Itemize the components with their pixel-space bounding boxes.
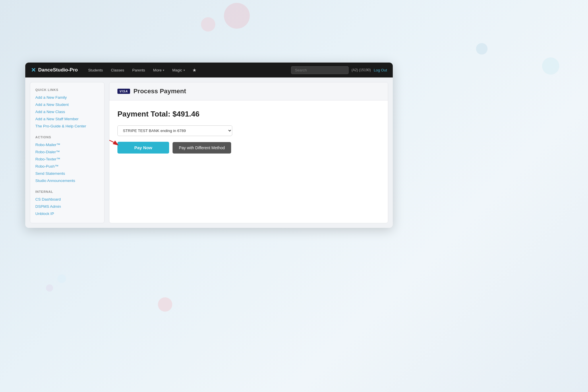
brand-icon: ✕ bbox=[31, 67, 36, 73]
search-input[interactable] bbox=[291, 66, 349, 74]
main-content: QUICK LINKS Add a New Family Add a New S… bbox=[25, 77, 393, 228]
nav-parents[interactable]: Parents bbox=[129, 66, 148, 74]
sidebar-item-dspms-admin[interactable]: DSPMS Admin bbox=[30, 203, 104, 210]
decorative-blob bbox=[201, 17, 215, 32]
decorative-blob bbox=[57, 274, 66, 283]
quick-links-title: QUICK LINKS bbox=[30, 88, 104, 94]
nav-star-icon[interactable]: ★ bbox=[189, 66, 199, 75]
decorative-blob bbox=[158, 297, 172, 312]
sidebar-item-send-statements[interactable]: Send Statements bbox=[30, 170, 104, 177]
actions-title: ACTIONS bbox=[30, 135, 104, 141]
user-info: (A2) (15190) bbox=[351, 68, 371, 72]
payment-body: Payment Total: $491.46 STRIPE TEST BANK … bbox=[109, 100, 388, 163]
nav-more[interactable]: More ▾ bbox=[150, 66, 168, 74]
pay-now-container: Pay Now bbox=[117, 142, 169, 154]
brand-name: DanceStudio-Pro bbox=[38, 67, 78, 73]
brand-logo: ✕ DanceStudio-Pro bbox=[31, 67, 78, 73]
visa-badge: VISA bbox=[117, 89, 130, 94]
sidebar-item-add-staff[interactable]: Add a New Staff Member bbox=[30, 115, 104, 123]
logout-link[interactable]: Log Out bbox=[374, 68, 387, 72]
sidebar-item-robo-texter[interactable]: Robo-Texter™ bbox=[30, 156, 104, 163]
nav-links: Students Classes Parents More ▾ Magic ▾ … bbox=[85, 66, 291, 75]
navbar: ✕ DanceStudio-Pro Students Classes Paren… bbox=[25, 63, 393, 77]
magic-caret-icon: ▾ bbox=[183, 69, 185, 72]
decorative-blob bbox=[46, 284, 53, 292]
payment-total: Payment Total: $491.46 bbox=[117, 110, 380, 119]
sidebar-item-unblock-ip[interactable]: Unblock IP bbox=[30, 210, 104, 217]
pay-different-method-button[interactable]: Pay with Different Method bbox=[173, 142, 231, 154]
nav-magic[interactable]: Magic ▾ bbox=[169, 66, 188, 74]
sidebar-item-add-family[interactable]: Add a New Family bbox=[30, 94, 104, 101]
pay-now-button[interactable]: Pay Now bbox=[117, 142, 169, 154]
sidebar-item-robo-mailer[interactable]: Robo-Mailer™ bbox=[30, 141, 104, 148]
sidebar-item-add-class[interactable]: Add a New Class bbox=[30, 108, 104, 115]
sidebar-divider-2 bbox=[30, 184, 104, 188]
sidebar-item-studio-announcements[interactable]: Studio Announcements bbox=[30, 177, 104, 184]
more-caret-icon: ▾ bbox=[163, 69, 164, 72]
payment-title: Process Payment bbox=[134, 88, 186, 95]
payment-panel: VISA Process Payment Payment Total: $491… bbox=[109, 82, 388, 223]
sidebar-item-robo-push[interactable]: Robo-Push™ bbox=[30, 163, 104, 170]
payment-header: VISA Process Payment bbox=[109, 82, 388, 100]
sidebar-item-robo-dialer[interactable]: Robo-Dialer™ bbox=[30, 148, 104, 156]
browser-window: ✕ DanceStudio-Pro Students Classes Paren… bbox=[25, 63, 393, 228]
sidebar-divider bbox=[30, 130, 104, 133]
sidebar: QUICK LINKS Add a New Family Add a New S… bbox=[30, 82, 105, 223]
nav-students[interactable]: Students bbox=[85, 66, 106, 74]
payment-method-select[interactable]: STRIPE TEST BANK ending in 6789 bbox=[117, 125, 232, 136]
decorative-blob bbox=[476, 43, 488, 55]
decorative-blob bbox=[542, 57, 559, 75]
sidebar-item-add-student[interactable]: Add a New Student bbox=[30, 101, 104, 108]
sidebar-item-pro-guide[interactable]: The Pro-Guide & Help Center bbox=[30, 123, 104, 130]
nav-classes[interactable]: Classes bbox=[107, 66, 127, 74]
internal-title: INTERNAL bbox=[30, 190, 104, 196]
sidebar-item-cs-dashboard[interactable]: CS Dashboard bbox=[30, 196, 104, 203]
decorative-blob bbox=[224, 3, 250, 29]
payment-buttons: Pay Now Pay with Different Method bbox=[117, 142, 380, 154]
nav-right: (A2) (15190) Log Out bbox=[291, 66, 387, 74]
